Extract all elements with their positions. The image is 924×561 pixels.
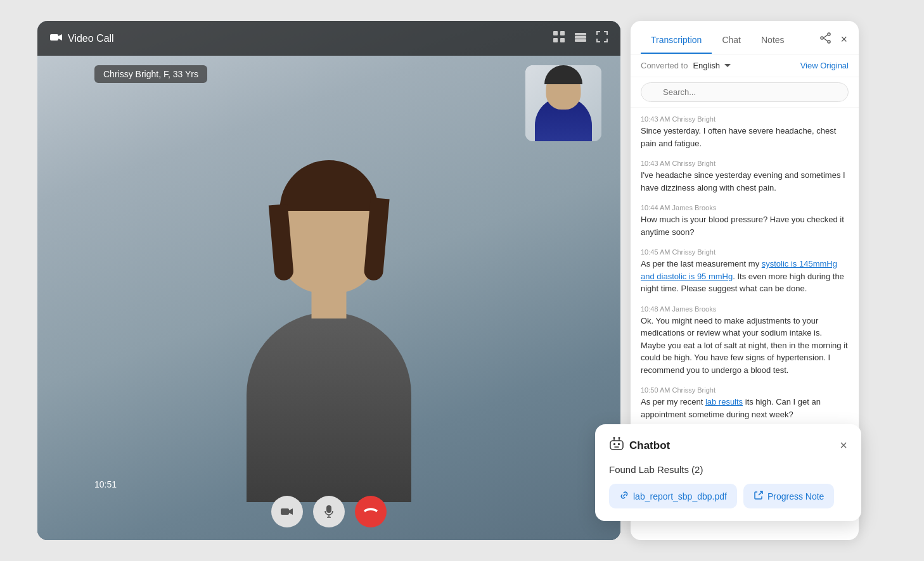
mic-toggle-button[interactable] <box>313 496 345 527</box>
camera-toggle-button[interactable] <box>271 496 303 527</box>
link-icon <box>619 490 629 502</box>
svg-rect-4 <box>560 38 565 42</box>
video-header: Video Call <box>37 21 620 56</box>
message-meta: 10:50 AM Chrissy Bright <box>641 386 849 394</box>
svg-rect-8 <box>281 508 289 515</box>
svg-rect-7 <box>575 39 586 42</box>
message-text: As per my recent lab results its high. C… <box>641 396 849 420</box>
panel-header-actions: × <box>819 31 849 53</box>
chatbot-close-button[interactable]: × <box>840 438 847 453</box>
message-text: As per the last measurement my systolic … <box>641 258 849 295</box>
svg-rect-3 <box>553 38 558 42</box>
svg-rect-6 <box>575 36 586 39</box>
message-text: How much is your blood pressure? Have yo… <box>641 213 849 238</box>
patient-badge: Chrissy Bright, F, 33 Yrs <box>94 65 207 83</box>
svg-rect-0 <box>50 34 58 41</box>
tab-chat[interactable]: Chat <box>712 30 751 54</box>
transcription-toolbar: Converted to English View Original <box>631 54 859 77</box>
chatbot-icon <box>609 437 624 454</box>
svg-line-15 <box>823 35 828 38</box>
message-block: 10:43 AM Chrissy Bright Since yesterday.… <box>641 115 849 149</box>
svg-rect-1 <box>553 31 558 35</box>
layout-button[interactable] <box>575 32 586 45</box>
video-panel: Video Call <box>37 21 620 540</box>
progress-note-button[interactable]: Progress Note <box>743 484 834 508</box>
message-meta: 10:44 AM James Brooks <box>641 204 849 211</box>
svg-rect-5 <box>575 33 586 35</box>
panel-tabs: Transcription Chat Notes <box>641 30 819 54</box>
call-timestamp: 10:51 <box>94 479 117 489</box>
chatbot-title: Chatbot <box>609 437 670 454</box>
message-text: I've headache since yesterday evening an… <box>641 169 849 194</box>
svg-rect-9 <box>326 505 331 513</box>
video-header-actions <box>553 31 608 46</box>
svg-rect-19 <box>610 441 623 450</box>
svg-point-26 <box>619 437 620 439</box>
svg-rect-21 <box>618 443 620 445</box>
chatbot-actions: lab_report_sbp_dbp.pdf Progress Note <box>609 484 847 508</box>
external-link-icon <box>754 490 764 502</box>
lab-report-button[interactable]: lab_report_sbp_dbp.pdf <box>609 484 737 508</box>
lab-results-link[interactable]: lab results <box>705 397 743 407</box>
message-block: 10:44 AM James Brooks How much is your b… <box>641 204 849 238</box>
language-selector[interactable]: Converted to English <box>641 61 731 70</box>
doctor-thumbnail <box>525 65 601 141</box>
svg-point-12 <box>828 33 830 35</box>
chatbot-subtitle: Found Lab Results (2) <box>609 464 847 475</box>
message-meta: 10:48 AM James Brooks <box>641 305 849 313</box>
bp-link[interactable]: systolic is 145mmHg and diastolic is 95 … <box>641 259 837 281</box>
chatbot-title-text: Chatbot <box>629 439 670 452</box>
video-call-label: Video Call <box>68 33 114 44</box>
view-original-button[interactable]: View Original <box>800 61 849 70</box>
end-call-button[interactable] <box>355 496 387 527</box>
svg-point-13 <box>828 41 830 43</box>
tab-transcription[interactable]: Transcription <box>641 30 712 54</box>
panel-header: Transcription Chat Notes <box>631 21 859 54</box>
message-text: Ok. You might need to make adjustments t… <box>641 315 849 377</box>
video-title: Video Call <box>50 33 114 44</box>
message-block: 10:50 AM Chrissy Bright As per my recent… <box>641 386 849 420</box>
progress-note-label: Progress Note <box>767 491 824 501</box>
svg-rect-20 <box>613 443 615 445</box>
message-block: 10:45 AM Chrissy Bright As per the last … <box>641 248 849 295</box>
message-text: Since yesterday. I often have severe hea… <box>641 125 849 149</box>
search-input[interactable] <box>641 82 849 102</box>
chatbot-header: Chatbot × <box>609 437 847 454</box>
message-meta: 10:45 AM Chrissy Bright <box>641 248 849 256</box>
message-block: 10:43 AM Chrissy Bright I've headache si… <box>641 160 849 194</box>
share-button[interactable] <box>819 31 833 48</box>
svg-point-14 <box>821 37 823 39</box>
grid-view-button[interactable] <box>553 31 565 46</box>
chatbot-popup: Chatbot × Found Lab Results (2) lab_repo… <box>595 424 861 521</box>
lab-report-label: lab_report_sbp_dbp.pdf <box>633 491 727 501</box>
tab-notes[interactable]: Notes <box>751 30 795 54</box>
search-wrap <box>641 82 849 102</box>
message-block: 10:48 AM James Brooks Ok. You might need… <box>641 305 849 377</box>
video-controls <box>271 496 387 527</box>
video-camera-icon <box>50 33 63 44</box>
svg-rect-2 <box>560 31 565 35</box>
message-meta: 10:43 AM Chrissy Bright <box>641 160 849 167</box>
svg-line-16 <box>823 38 828 41</box>
search-bar <box>631 77 859 108</box>
fullscreen-button[interactable] <box>596 31 608 46</box>
close-panel-button[interactable]: × <box>839 32 849 47</box>
svg-point-25 <box>613 437 615 439</box>
video-content: Chrissy Bright, F, 33 Yrs 10:51 <box>37 21 620 540</box>
message-meta: 10:43 AM Chrissy Bright <box>641 115 849 123</box>
selected-language: English <box>693 61 720 70</box>
